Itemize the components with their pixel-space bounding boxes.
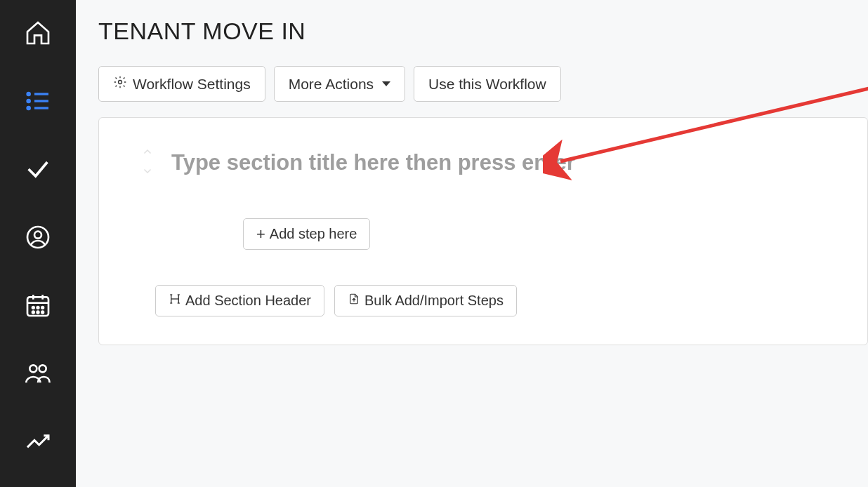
caret-down-icon: [382, 81, 390, 86]
more-actions-button[interactable]: More Actions: [274, 66, 405, 102]
add-section-header-label: Add Section Header: [185, 293, 311, 309]
svg-point-13: [37, 307, 39, 309]
sidebar: [0, 0, 76, 487]
workflow-panel: + Add step here Add Section Header Bulk …: [98, 117, 868, 345]
svg-point-12: [32, 307, 34, 309]
calendar-icon: [24, 291, 52, 322]
use-workflow-label: Use this Workflow: [428, 76, 546, 93]
list-icon: [24, 87, 52, 118]
section-title-input[interactable]: [171, 150, 853, 175]
sidebar-item-group[interactable]: [0, 340, 76, 408]
file-upload-icon: [348, 293, 360, 309]
plus-icon: +: [256, 227, 265, 242]
main-content: TENANT MOVE IN Workflow Settings More Ac…: [76, 0, 868, 487]
group-icon: [24, 359, 52, 390]
workflow-settings-button[interactable]: Workflow Settings: [98, 66, 265, 102]
bulk-import-button[interactable]: Bulk Add/Import Steps: [334, 285, 517, 316]
page-title: TENANT MOVE IN: [98, 18, 868, 45]
panel-footer-buttons: Add Section Header Bulk Add/Import Steps: [155, 285, 853, 316]
add-section-header-button[interactable]: Add Section Header: [155, 285, 324, 316]
svg-point-4: [27, 107, 29, 109]
add-step-row: + Add step here: [243, 218, 853, 250]
use-workflow-button[interactable]: Use this Workflow: [414, 66, 561, 102]
gear-icon: [113, 75, 127, 93]
reorder-handle[interactable]: [141, 146, 154, 180]
svg-point-19: [39, 365, 46, 372]
bulk-import-label: Bulk Add/Import Steps: [364, 293, 504, 309]
sidebar-item-analytics[interactable]: [0, 408, 76, 476]
svg-point-14: [41, 307, 44, 309]
sidebar-item-user[interactable]: [0, 204, 76, 272]
sidebar-item-calendar[interactable]: [0, 272, 76, 340]
check-icon: [24, 155, 52, 186]
section-row: [113, 146, 853, 180]
svg-point-16: [37, 311, 39, 313]
svg-point-15: [32, 311, 34, 313]
arrow-up-icon: [141, 146, 154, 161]
svg-point-20: [119, 81, 122, 84]
sidebar-item-list[interactable]: [0, 68, 76, 136]
arrow-down-icon: [141, 164, 154, 180]
svg-point-2: [27, 100, 29, 102]
sidebar-item-home[interactable]: [0, 0, 76, 68]
svg-point-7: [34, 231, 41, 238]
svg-point-18: [29, 365, 37, 372]
add-step-label: Add step here: [270, 226, 357, 242]
svg-point-17: [41, 311, 44, 313]
svg-point-0: [27, 93, 29, 95]
toolbar: Workflow Settings More Actions Use this …: [98, 66, 868, 102]
add-step-button[interactable]: + Add step here: [243, 218, 370, 250]
home-icon: [24, 19, 52, 50]
user-icon: [24, 223, 52, 254]
workflow-settings-label: Workflow Settings: [133, 76, 251, 93]
more-actions-label: More Actions: [289, 76, 374, 93]
analytics-icon: [24, 427, 52, 458]
heading-icon: [169, 293, 181, 309]
sidebar-item-check[interactable]: [0, 136, 76, 204]
